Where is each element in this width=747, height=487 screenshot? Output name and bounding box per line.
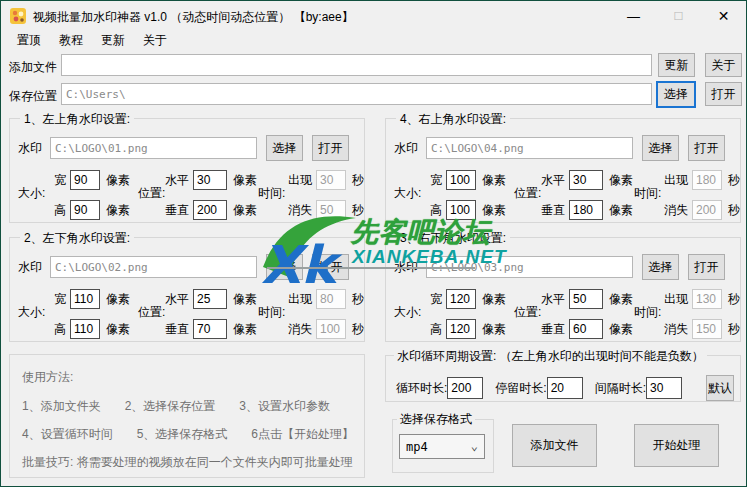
start-processing-button[interactable]: 开始处理 [634,424,719,467]
vertical-input[interactable] [193,200,227,220]
size-label: 大小: [394,304,421,321]
vertical-input[interactable] [193,319,227,339]
horizontal-input[interactable] [569,170,603,190]
appear-input [692,170,722,190]
menu-item-update[interactable]: 更新 [92,30,134,51]
horizontal-label: 水平 [541,291,565,308]
add-files-button[interactable]: 添加文件 [512,424,597,467]
seconds-label: 秒 [728,202,740,219]
appear-input [692,289,722,309]
seconds-label: 秒 [728,291,740,308]
watermark-path-input[interactable] [50,256,257,278]
watermark-select-button[interactable]: 选择 [642,135,679,161]
add-files-input[interactable] [61,54,652,76]
watermark-select-button[interactable]: 选择 [266,135,303,161]
seconds-label: 秒 [352,321,364,338]
watermark-open-button[interactable]: 打开 [688,254,725,280]
window-title: 视频批量加水印神器 v1.0 （动态时间动态位置） 【by:aee】 [33,9,354,26]
watermark-select-button[interactable]: 选择 [642,254,679,280]
appear-label: 出现 [288,172,312,189]
pixels-label: 像素 [233,321,257,338]
height-label: 高 [54,321,66,338]
minimize-button[interactable]: — [611,1,656,31]
default-button[interactable]: 默认 [706,375,734,401]
menu-item-pin[interactable]: 置顶 [8,30,50,51]
time-label: 时间: [634,304,661,321]
pixels-label: 像素 [609,291,633,308]
horizontal-input[interactable] [569,289,603,309]
usage-instructions-box: 使用方法: 1、添加文件夹 2、选择保存位置 3、设置水印参数 4、设置循环时间… [9,354,365,478]
group-topleft-watermark: 1、左上角水印设置: 水印 选择 打开 大小: 位置: 时间: 宽 像素 高 像… [9,118,365,223]
loop-duration-input[interactable] [447,377,483,399]
size-label: 大小: [18,304,45,321]
width-label: 宽 [54,172,66,189]
disappear-label: 消失 [288,202,312,219]
pixels-label: 像素 [482,321,506,338]
pixels-label: 像素 [482,172,506,189]
save-format-select[interactable]: mp4 ⌄ [399,434,485,459]
height-label: 高 [54,202,66,219]
watermark-label: 水印 [394,140,426,157]
width-input[interactable] [70,289,100,309]
width-input[interactable] [446,289,476,309]
interval-duration-input[interactable] [646,377,682,399]
close-button[interactable]: ✕ [701,1,746,31]
group-title: 4、右上角水印设置: [396,111,510,128]
time-label: 时间: [634,185,661,202]
menu-item-about[interactable]: 关于 [134,30,176,51]
update-button[interactable]: 更新 [658,53,695,77]
watermark-label: 水印 [18,259,50,276]
watermark-select-button[interactable]: 选择 [266,254,303,280]
about-button[interactable]: 关于 [705,53,742,77]
seconds-label: 秒 [352,172,364,189]
group-title: 1、左上角水印设置: [20,111,134,128]
stay-duration-label: 停留时长: [495,380,546,397]
menu-item-tutorial[interactable]: 教程 [50,30,92,51]
group-save-format: 选择保存格式 mp4 ⌄ [392,419,494,473]
horizontal-input[interactable] [193,289,227,309]
height-input[interactable] [446,200,476,220]
width-input[interactable] [446,170,476,190]
height-label: 高 [430,202,442,219]
watermark-open-button[interactable]: 打开 [688,135,725,161]
watermark-path-input[interactable] [426,137,633,159]
disappear-label: 消失 [288,321,312,338]
horizontal-input[interactable] [193,170,227,190]
height-input[interactable] [70,319,100,339]
pixels-label: 像素 [482,202,506,219]
vertical-input[interactable] [569,319,603,339]
group-bottomright-watermark: 3、右下角水印设置: 水印 选择 打开 大小: 位置: 时间: 宽 像素 高 像… [385,237,741,342]
usage-title: 使用方法: [22,369,73,386]
save-format-value: mp4 [406,440,428,454]
save-select-button[interactable]: 选择 [656,81,696,108]
position-label: 位置: [138,185,165,202]
pixels-label: 像素 [233,291,257,308]
save-open-button[interactable]: 打开 [705,82,742,106]
save-location-input[interactable] [61,83,652,105]
save-format-title: 选择保存格式 [397,411,475,428]
height-input[interactable] [70,200,100,220]
pixels-label: 像素 [609,172,633,189]
usage-line1: 1、添加文件夹 2、选择保存位置 3、设置水印参数 [22,398,330,415]
horizontal-label: 水平 [165,172,189,189]
width-input[interactable] [70,170,100,190]
width-label: 宽 [54,291,66,308]
time-label: 时间: [258,185,285,202]
maximize-button[interactable]: ☐ [656,1,701,31]
group-title: 3、右下角水印设置: [396,230,510,247]
height-input[interactable] [446,319,476,339]
stay-duration-input[interactable] [547,377,583,399]
watermark-path-input[interactable] [50,137,257,159]
save-location-label: 保存位置 [9,88,57,105]
horizontal-label: 水平 [541,172,565,189]
pixels-label: 像素 [609,202,633,219]
watermark-open-button[interactable]: 打开 [312,254,349,280]
seconds-label: 秒 [352,291,364,308]
group-cycle-settings: 水印循环周期设置: （左上角水印的出现时间不能是负数） 循环时长: 停留时长: … [385,355,741,402]
watermark-open-button[interactable]: 打开 [312,135,349,161]
watermark-label: 水印 [394,259,426,276]
watermark-path-input[interactable] [426,256,633,278]
vertical-input[interactable] [569,200,603,220]
appear-label: 出现 [288,291,312,308]
disappear-input [692,200,722,220]
